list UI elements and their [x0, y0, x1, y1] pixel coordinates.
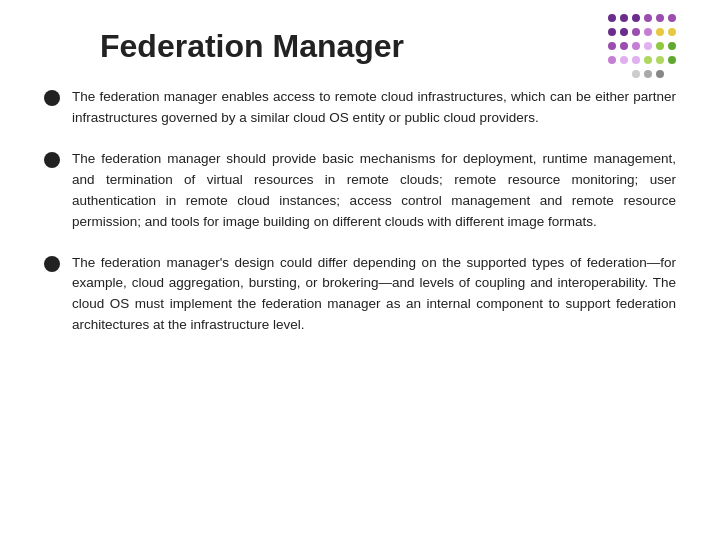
svg-point-10 — [656, 28, 664, 36]
svg-point-12 — [608, 42, 616, 50]
svg-point-2 — [632, 14, 640, 22]
svg-point-19 — [620, 56, 628, 64]
bullet-text-1: The federation manager enables access to… — [72, 87, 676, 129]
svg-point-14 — [632, 42, 640, 50]
svg-point-22 — [656, 56, 664, 64]
svg-point-17 — [668, 42, 676, 50]
svg-point-16 — [656, 42, 664, 50]
svg-point-7 — [620, 28, 628, 36]
list-item: The federation manager's design could di… — [44, 253, 676, 337]
bullet-icon — [44, 90, 60, 106]
bullet-text-2: The federation manager should provide ba… — [72, 149, 676, 233]
page: Federation Manager The federation manage… — [0, 0, 720, 540]
list-item: The federation manager enables access to… — [44, 87, 676, 129]
svg-point-1 — [620, 14, 628, 22]
bullet-text-3: The federation manager's design could di… — [72, 253, 676, 337]
svg-point-15 — [644, 42, 652, 50]
bullet-icon — [44, 256, 60, 272]
page-title: Federation Manager — [40, 28, 404, 65]
svg-point-20 — [632, 56, 640, 64]
svg-point-11 — [668, 28, 676, 36]
header: Federation Manager — [40, 28, 680, 65]
svg-point-21 — [644, 56, 652, 64]
decorative-dot-grid — [602, 10, 692, 90]
svg-point-18 — [608, 56, 616, 64]
svg-point-3 — [644, 14, 652, 22]
bullet-icon — [44, 152, 60, 168]
svg-point-6 — [608, 28, 616, 36]
svg-point-23 — [668, 56, 676, 64]
svg-point-0 — [608, 14, 616, 22]
svg-point-26 — [656, 70, 664, 78]
svg-point-24 — [632, 70, 640, 78]
svg-point-13 — [620, 42, 628, 50]
svg-point-4 — [656, 14, 664, 22]
svg-point-5 — [668, 14, 676, 22]
svg-point-8 — [632, 28, 640, 36]
content-area: The federation manager enables access to… — [40, 87, 680, 336]
svg-point-9 — [644, 28, 652, 36]
list-item: The federation manager should provide ba… — [44, 149, 676, 233]
svg-point-25 — [644, 70, 652, 78]
